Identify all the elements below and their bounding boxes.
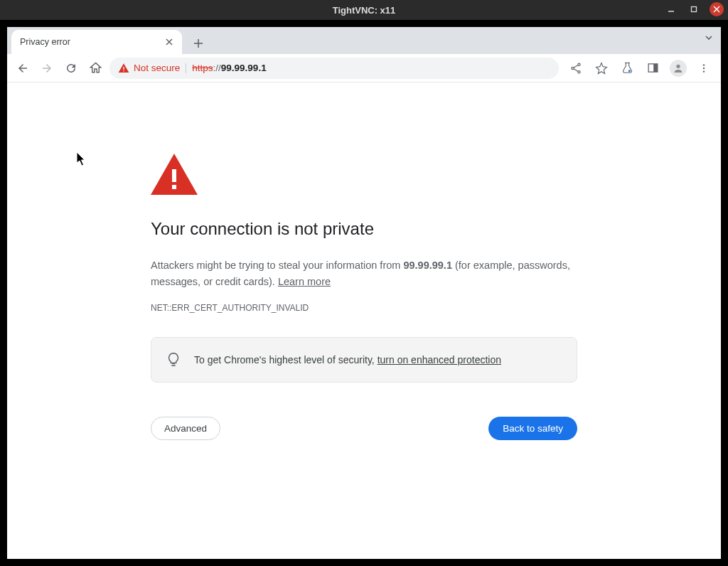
interstitial-buttons: Advanced Back to safety <box>151 417 577 440</box>
security-label: Not secure <box>134 63 180 73</box>
new-tab-button[interactable] <box>188 33 209 54</box>
reload-button[interactable] <box>61 58 81 78</box>
window-maximize-button[interactable] <box>687 2 701 16</box>
url-protocol: https <box>192 63 213 73</box>
home-button[interactable] <box>85 58 105 78</box>
omnibox-separator <box>186 63 186 73</box>
page-headline: Your connection is not private <box>151 219 577 239</box>
url-separator: :// <box>213 63 221 73</box>
svg-point-19 <box>676 64 680 68</box>
tab-strip: Privacy error <box>7 27 721 54</box>
profile-avatar[interactable] <box>670 60 687 77</box>
svg-point-12 <box>578 70 580 73</box>
browser-toolbar: Not secure https://99.99.99.1 <box>7 54 721 82</box>
svg-rect-9 <box>123 70 124 71</box>
tab-title: Privacy error <box>20 37 70 47</box>
side-panel-button[interactable] <box>644 60 661 77</box>
share-button[interactable] <box>567 60 584 77</box>
back-button[interactable] <box>13 58 33 78</box>
bookmark-button[interactable] <box>593 60 610 77</box>
toolbar-right-cluster <box>567 60 712 77</box>
warning-paragraph: Attackers might be trying to steal your … <box>151 257 577 290</box>
url-host: 99.99.99.1 <box>221 63 267 73</box>
svg-rect-24 <box>172 185 176 189</box>
svg-point-11 <box>572 67 574 69</box>
tip-pre: To get Chrome's highest level of securit… <box>194 354 378 365</box>
learn-more-link[interactable]: Learn more <box>278 276 331 287</box>
advanced-button[interactable]: Advanced <box>151 417 220 440</box>
url-text: https://99.99.99.1 <box>192 63 266 73</box>
svg-point-22 <box>703 70 705 72</box>
back-to-safety-button[interactable]: Back to safety <box>488 417 577 440</box>
svg-point-20 <box>703 64 705 65</box>
warning-triangle-icon <box>118 63 129 74</box>
enhanced-protection-tip: To get Chrome's highest level of securit… <box>151 337 577 383</box>
close-tab-button[interactable] <box>164 36 175 48</box>
error-code: NET::ERR_CERT_AUTHORITY_INVALID <box>151 303 577 313</box>
svg-line-13 <box>574 65 578 68</box>
warn-host: 99.99.99.1 <box>403 260 452 271</box>
lightbulb-icon <box>166 352 181 368</box>
svg-line-14 <box>574 68 578 71</box>
forward-button[interactable] <box>37 58 57 78</box>
tab-list-dropdown[interactable] <box>704 33 714 43</box>
svg-point-21 <box>703 67 705 68</box>
window-controls <box>664 2 724 16</box>
svg-rect-18 <box>653 64 658 72</box>
page-content: Your connection is not private Attackers… <box>7 82 721 559</box>
browser-menu-button[interactable] <box>695 60 712 77</box>
security-indicator[interactable]: Not secure <box>118 63 180 74</box>
warning-triangle-icon <box>151 154 577 195</box>
browser-tab[interactable]: Privacy error <box>11 30 182 54</box>
window-title: TightVNC: x11 <box>333 5 396 16</box>
enhanced-protection-link[interactable]: turn on enhanced protection <box>378 354 501 365</box>
svg-point-16 <box>628 70 630 72</box>
address-bar[interactable]: Not secure https://99.99.99.1 <box>109 58 559 79</box>
svg-point-10 <box>578 63 580 65</box>
warn-text-pre: Attackers might be trying to steal your … <box>151 260 403 271</box>
svg-rect-8 <box>123 67 124 70</box>
window-titlebar: TightVNC: x11 <box>0 0 728 20</box>
svg-rect-23 <box>172 169 176 182</box>
svg-rect-1 <box>692 7 697 12</box>
window-close-button[interactable] <box>710 2 724 16</box>
tip-text: To get Chrome's highest level of securit… <box>194 354 501 365</box>
window-minimize-button[interactable] <box>664 2 678 16</box>
extensions-labs-icon[interactable] <box>619 60 636 77</box>
